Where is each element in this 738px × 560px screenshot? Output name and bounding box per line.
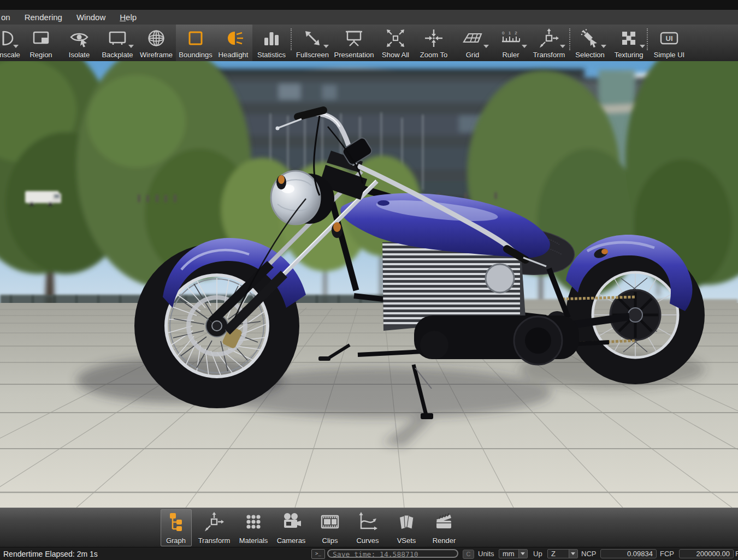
toolbar-button-fullscreen[interactable]: Fullscreen	[292, 25, 333, 61]
toolbar-button-grid[interactable]: Grid	[452, 25, 493, 61]
toolbar-label: Simple UI	[648, 51, 690, 59]
chevron-down-icon	[483, 45, 489, 48]
units-select[interactable]: mm	[499, 549, 528, 558]
application-window: on Rendering Window Help nscale Region	[0, 0, 738, 560]
dock-button-clips[interactable]: Clips	[312, 509, 347, 546]
dock-button-vsets[interactable]: VSets	[389, 509, 424, 546]
dock-button-graph[interactable]: Graph	[158, 509, 193, 546]
isolate-icon	[68, 27, 90, 49]
selection-icon	[579, 27, 601, 49]
menu-item-partial[interactable]: on	[0, 10, 17, 25]
toolbar-label: Isolate	[58, 51, 100, 59]
cameras-icon	[280, 511, 302, 533]
toolbar-button-ruler[interactable]: 0 1 2 Ruler	[490, 25, 532, 61]
toolbar-label: Fullscreen	[292, 51, 333, 59]
transform-icon	[203, 511, 225, 533]
presentation-icon	[343, 27, 365, 49]
fcp-field[interactable]: 200000.00	[679, 549, 734, 558]
toolbar-label: Ruler	[490, 51, 532, 59]
chevron-down-icon	[640, 45, 645, 48]
main-toolbar: nscale Region Isolate	[0, 25, 738, 62]
grid-icon	[462, 27, 483, 49]
dock-label: Transform	[197, 537, 232, 545]
menu-item-rendering[interactable]: Rendering	[17, 10, 69, 25]
partial-right-label: F	[735, 547, 738, 560]
toolbar-label: Show All	[375, 51, 416, 59]
render-icon	[433, 511, 455, 533]
dock-button-cameras[interactable]: Cameras	[274, 509, 309, 546]
toolbar-button-boundings[interactable]: Boundings	[175, 25, 216, 61]
chevron-down-icon	[13, 45, 19, 48]
toolbar-button-backplate[interactable]: Backplate	[97, 25, 138, 61]
ncp-label: NCP	[581, 547, 596, 560]
fullscreen-icon	[302, 27, 323, 49]
viewport-3d[interactable]	[0, 61, 738, 508]
toolbar-label: Presentation	[333, 51, 375, 59]
dock-label: VSets	[389, 537, 424, 545]
toolbar-button-headlight[interactable]: Headlight	[212, 25, 254, 61]
terminal-icon[interactable]: >_	[311, 549, 325, 559]
toolbar-separator	[647, 28, 648, 50]
up-axis-select[interactable]: Z	[547, 549, 578, 558]
toolbar-label: Zoom To	[413, 51, 454, 59]
status-bar: Rendertime Elapsed: 2m 1s >_ Save time: …	[0, 547, 738, 560]
toolbar-button-simple-ui[interactable]: UI Simple UI	[648, 25, 690, 61]
up-axis-label: Up	[533, 547, 542, 560]
dock-button-curves[interactable]: Curves	[350, 509, 385, 546]
menu-bar: on Rendering Window Help	[0, 10, 738, 25]
chevron-down-icon	[323, 45, 329, 48]
toolbar-label: Wireframe	[135, 51, 177, 59]
toolbar-button-presentation[interactable]: Presentation	[333, 25, 375, 61]
units-value: mm	[503, 550, 515, 558]
curves-icon	[357, 511, 379, 533]
dock-button-transform[interactable]: Transform	[197, 509, 232, 546]
clear-console-button[interactable]: C	[463, 550, 474, 559]
vsets-icon	[395, 511, 417, 533]
dock-button-materials[interactable]: Materials	[236, 509, 271, 546]
dock-label: Clips	[312, 537, 347, 545]
chevron-down-icon[interactable]	[569, 550, 577, 558]
toolbar-button-selection[interactable]: Selection	[569, 25, 611, 61]
toolbar-label: Selection	[569, 51, 611, 59]
toolbar-button-region[interactable]: Region	[20, 25, 62, 61]
menu-item-help[interactable]: Help	[113, 10, 144, 25]
toolbar-button-wireframe[interactable]: Wireframe	[135, 25, 177, 61]
units-label: Units	[478, 547, 494, 560]
toolbar-button-statistics[interactable]: Statistics	[251, 25, 292, 61]
toolbar-label: Headlight	[212, 51, 254, 59]
command-line-field[interactable]: Save time: 14.588710	[327, 549, 458, 558]
clips-icon	[319, 511, 341, 533]
toolbar-button-zoom-to[interactable]: Zoom To	[413, 25, 454, 61]
fcp-label: FCP	[660, 547, 674, 560]
dock-label: Render	[427, 537, 462, 545]
ncp-field[interactable]: 0.09834	[600, 549, 657, 558]
dock-label: Graph	[158, 537, 193, 545]
show-all-icon	[385, 27, 406, 49]
chevron-down-icon[interactable]	[518, 550, 527, 558]
toolbar-button-show-all[interactable]: Show All	[375, 25, 416, 61]
graph-icon	[165, 511, 187, 533]
headlight-icon	[222, 27, 244, 49]
toolbar-button-transform[interactable]: Transform	[528, 25, 570, 61]
dock-label: Curves	[350, 537, 385, 545]
toolbar-button-isolate[interactable]: Isolate	[58, 25, 100, 61]
up-axis-value: Z	[551, 550, 556, 558]
toolbar-button-texturing[interactable]: Texturing	[608, 25, 650, 61]
chevron-down-icon	[560, 45, 565, 48]
wireframe-icon	[145, 27, 167, 49]
materials-icon	[243, 511, 264, 533]
zoom-to-icon	[423, 27, 445, 49]
toolbar-label: Grid	[452, 51, 493, 59]
toolbar-label: Region	[20, 51, 62, 59]
chevron-down-icon	[522, 45, 527, 48]
svg-text:0 1 2: 0 1 2	[502, 31, 518, 35]
dock-label: Materials	[236, 537, 271, 545]
svg-text:UI: UI	[666, 34, 673, 43]
rendertime-status: Rendertime Elapsed: 2m 1s	[3, 547, 98, 560]
chevron-down-icon	[601, 45, 606, 48]
menu-item-window[interactable]: Window	[69, 10, 113, 25]
simple-ui-icon: UI	[658, 27, 680, 49]
transform-icon	[538, 27, 560, 49]
title-bar	[0, 0, 738, 10]
dock-button-render[interactable]: Render	[427, 509, 462, 546]
